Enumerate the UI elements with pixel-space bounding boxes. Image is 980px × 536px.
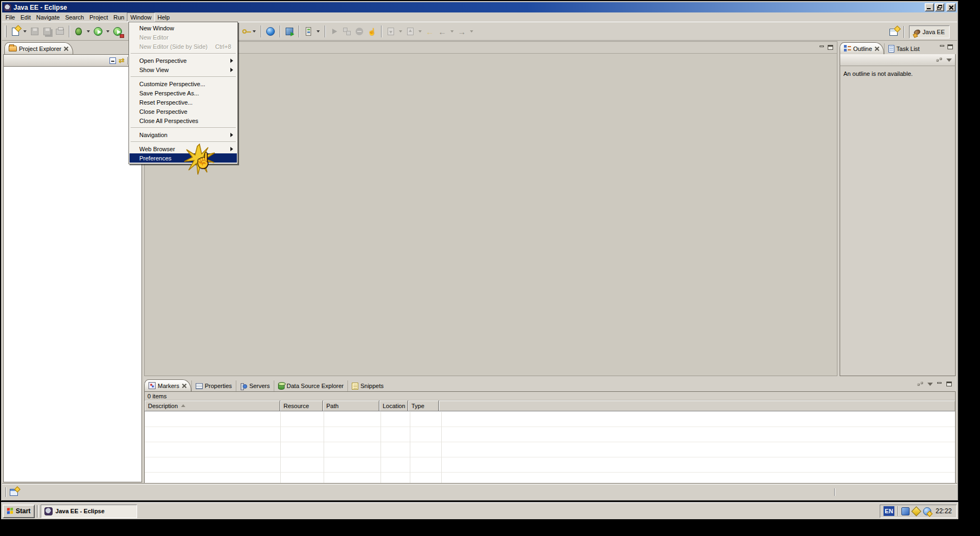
task-label: Java EE - Eclipse [55,508,105,514]
java-ee-perspective-button[interactable]: Java EE [909,25,950,38]
menu-item-close-perspective[interactable]: Close Perspective [130,107,237,116]
tab-task-list[interactable]: Task List [884,43,924,54]
markers-minimize-icon[interactable] [936,381,943,387]
tab-project-explorer[interactable]: Project Explorer [4,42,73,54]
outline-close-icon[interactable] [874,46,880,51]
new-wizard-dropdown-icon[interactable] [23,30,27,33]
suspend-icon[interactable] [354,26,365,37]
tray-window-icon[interactable] [901,507,910,515]
editor-area[interactable] [144,41,837,376]
project-explorer-close-icon[interactable] [63,46,69,51]
start-label: Start [16,507,30,515]
menu-window[interactable]: Window [127,12,154,22]
restore-button[interactable] [935,3,944,11]
web-services-explorer-icon[interactable] [284,26,295,37]
link-with-editor-icon[interactable]: ⇄ [119,57,125,64]
open-perspective-icon[interactable] [888,27,899,37]
taskbar-clock[interactable]: 22:22 [934,507,952,515]
key-icon[interactable] [239,26,250,37]
tray-network-icon[interactable] [923,507,931,515]
title-bar: Java EE - Eclipse [2,2,957,12]
start-button[interactable]: Start [3,505,35,518]
fast-view-icon[interactable] [10,489,18,496]
markers-dropdown-icon[interactable] [927,383,933,386]
menu-separator [131,141,236,142]
key-dropdown-icon[interactable] [253,30,256,33]
column-path[interactable]: Path [323,401,379,411]
forward-dropdown-icon[interactable] [470,30,473,33]
outline-dropdown-icon[interactable] [946,59,952,62]
column-description[interactable]: Description [145,401,280,411]
drag-hand-icon[interactable]: ☝ [366,26,377,37]
close-button[interactable] [946,3,956,11]
menu-item-customize-perspective[interactable]: Customize Perspective... [130,79,237,88]
tab-outline[interactable]: Outline [840,42,884,54]
tab-markers[interactable]: Markers [144,379,191,391]
menu-item-preferences[interactable]: Preferences [130,153,237,163]
taskbar-task-eclipse[interactable]: Java EE - Eclipse [41,505,137,518]
outline-view-menu-icon[interactable] [936,57,943,63]
minimize-button[interactable] [925,3,934,11]
column-location[interactable]: Location [379,401,408,411]
debug-icon[interactable] [73,26,84,37]
menu-item-show-view[interactable]: Show View [130,65,237,74]
tab-snippets[interactable]: Snippets [347,380,388,391]
resume-icon[interactable] [329,26,340,37]
tab-data-source-explorer[interactable]: Data Source Explorer [274,380,347,391]
back-history-icon[interactable]: ← [424,26,435,37]
menu-edit[interactable]: Edit [18,12,34,22]
column-resource[interactable]: Resource [280,401,323,411]
menu-project[interactable]: Project [87,12,111,22]
outline-maximize-icon[interactable] [947,44,953,50]
previous-annotation-icon[interactable] [405,26,416,37]
save-icon[interactable] [29,26,40,37]
next-annotation-dropdown-icon[interactable] [399,30,402,33]
servers-tab-label: Servers [249,383,270,389]
menu-item-close-all-perspectives[interactable]: Close All Perspectives [130,116,237,125]
web-browser-globe-icon[interactable] [265,26,276,37]
tray-shield-icon[interactable] [911,506,921,516]
markers-table-body[interactable] [145,412,955,483]
tab-servers[interactable]: Servers [236,380,274,391]
menu-item-new-window[interactable]: New Window [130,23,237,33]
external-tools-icon[interactable] [112,26,123,37]
back-dropdown-icon[interactable] [450,30,454,33]
server-icon[interactable] [303,26,314,37]
menu-item-web-browser[interactable]: Web Browser [130,144,237,153]
menu-item-reset-perspective[interactable]: Reset Perspective... [130,98,237,107]
debug-dropdown-icon[interactable] [87,30,90,33]
collapse-all-icon[interactable] [109,57,116,64]
menu-navigate[interactable]: Navigate [34,12,62,22]
menu-file[interactable]: File [3,12,18,22]
new-wizard-icon[interactable] [10,26,21,37]
outline-minimize-icon[interactable] [939,44,945,50]
markers-close-icon[interactable] [182,383,187,389]
forward-icon[interactable]: → [456,26,467,37]
menu-run[interactable]: Run [111,12,127,22]
tab-properties[interactable]: Properties [191,380,236,391]
project-explorer-tree[interactable] [3,66,142,482]
markers-maximize-icon[interactable] [946,381,952,387]
submenu-arrow-icon [230,59,233,63]
menu-item-new-editor: New Editor [130,33,237,42]
server-dropdown-icon[interactable] [317,30,320,33]
menu-item-navigation[interactable]: Navigation [130,130,237,139]
run-dropdown-icon[interactable] [106,30,109,33]
menu-item-save-perspective-as[interactable]: Save Perspective As... [130,88,237,98]
menu-item-open-perspective[interactable]: Open Perspective [130,56,237,65]
step-icon[interactable] [341,26,352,37]
markers-view-menu-icon[interactable] [917,382,924,387]
language-indicator[interactable]: EN [884,506,894,516]
eclipse-app-icon[interactable] [4,4,11,11]
save-all-icon[interactable] [42,26,53,37]
back-icon[interactable]: ← [437,26,448,37]
editor-maximize-icon[interactable] [827,44,834,50]
menu-help[interactable]: Help [155,12,173,22]
run-icon[interactable] [93,26,104,37]
print-icon[interactable] [54,26,65,37]
next-annotation-icon[interactable] [385,26,396,37]
editor-minimize-icon[interactable] [818,44,825,50]
previous-annotation-dropdown-icon[interactable] [418,30,422,33]
column-type[interactable]: Type [408,401,439,411]
menu-search[interactable]: Search [62,12,87,22]
